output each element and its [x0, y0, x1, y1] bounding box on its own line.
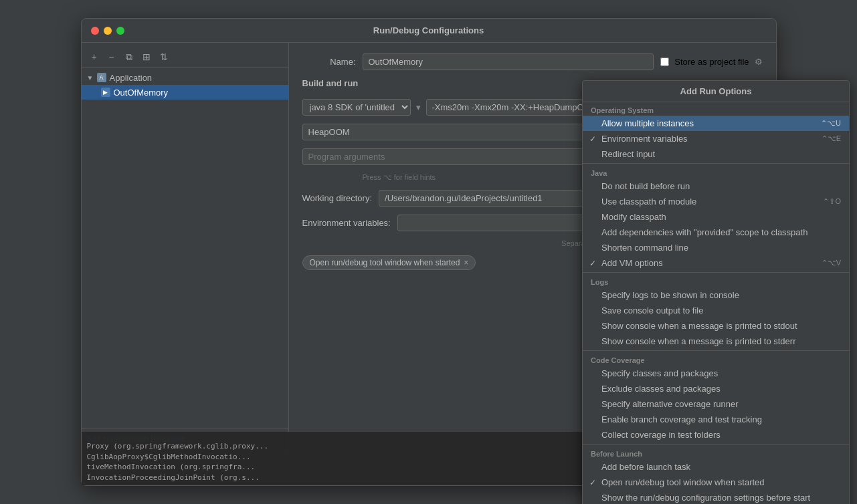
menu-item-specify-classes[interactable]: Specify classes and packages [583, 366, 849, 381]
menu-item-open-tool-window[interactable]: ✓ Open run/debug tool window when starte… [583, 475, 849, 490]
application-icon: A [96, 72, 107, 83]
name-input[interactable] [363, 53, 654, 70]
maximize-button[interactable] [116, 27, 124, 35]
menu-item-label: Save console output to file [601, 305, 704, 316]
menu-item-label: Shorten command line [601, 243, 688, 253]
add-config-button[interactable]: + [87, 49, 102, 64]
check-vm-icon: ✓ [589, 259, 596, 268]
menu-item-alt-coverage-runner[interactable]: Specify alternative coverage runner [583, 396, 849, 412]
section-build-run-title: Build and run [302, 78, 359, 88]
sdk-dropdown-icon: ▾ [416, 102, 421, 112]
menu-item-show-settings-before[interactable]: Show the run/debug configuration setting… [583, 490, 849, 504]
divider-1 [583, 163, 849, 164]
menu-item-label: Environment variables [601, 134, 688, 144]
shortcut-allow-multiple: ⌃⌥U [821, 119, 841, 128]
working-dir-label: Working directory: [302, 193, 373, 203]
check-env-icon: ✓ [589, 134, 596, 144]
dropdown-header: Add Run Options [583, 81, 849, 102]
menu-item-label: Specify classes and packages [601, 368, 718, 378]
divider-3 [583, 350, 849, 351]
folder-button[interactable]: ⊞ [139, 49, 154, 64]
menu-item-label: Do not build before run [601, 181, 690, 191]
store-label: Store as project file [674, 57, 749, 67]
menu-item-label: Open run/debug tool window when started [601, 477, 765, 487]
tag-close-button[interactable]: × [464, 258, 468, 267]
tag-open-run-debug: Open run/debug tool window when started … [302, 255, 476, 270]
menu-item-specify-logs[interactable]: Specify logs to be shown in console [583, 287, 849, 303]
section-label-java: Java [583, 165, 849, 178]
menu-item-label: Collect coverage in test folders [601, 430, 721, 440]
sidebar-item-outofmemory[interactable]: ▶ OutOfMemory [82, 85, 288, 100]
shortcut-vm-options: ⌃⌥V [822, 259, 841, 267]
menu-item-modify-classpath[interactable]: Modify classpath [583, 209, 849, 225]
check-tool-window-icon: ✓ [589, 478, 596, 487]
menu-item-exclude-classes[interactable]: Exclude classes and packages [583, 381, 849, 396]
shortcut-env-vars: ⌃⌥E [822, 134, 841, 143]
env-vars-label: Environment variables: [302, 218, 391, 228]
menu-item-label: Redirect input [601, 149, 655, 159]
menu-item-shorten-cmdline[interactable]: Shorten command line [583, 240, 849, 255]
sidebar: + − ⧉ ⊞ ⇅ ▼ A Application ▶ OutOfMemory [82, 43, 289, 453]
modify-options-dropdown: Add Run Options Operating System Allow m… [582, 80, 850, 504]
sort-button[interactable]: ⇅ [157, 49, 171, 64]
divider-4 [583, 444, 849, 445]
name-row: Name: Store as project file ⚙ [302, 53, 763, 70]
menu-item-label: Show console when a message is printed t… [601, 336, 796, 346]
titlebar: Run/Debug Configurations [82, 19, 776, 43]
sidebar-application-label: Application [110, 73, 153, 83]
menu-item-label: Exclude classes and packages [601, 384, 721, 394]
menu-item-label: Specify logs to be shown in console [601, 290, 739, 300]
sidebar-toolbar: + − ⧉ ⊞ ⇅ [82, 47, 288, 68]
shortcut-classpath: ⌃⇧O [823, 197, 841, 206]
store-checkbox[interactable] [660, 57, 669, 66]
section-label-logs: Logs [583, 274, 849, 287]
menu-item-no-build[interactable]: Do not build before run [583, 178, 849, 194]
store-checkbox-row: Store as project file ⚙ [660, 57, 762, 67]
menu-item-label: Show console when a message is printed t… [601, 321, 797, 331]
section-label-before-launch: Before Launch [583, 446, 849, 459]
menu-item-add-before-launch[interactable]: Add before launch task [583, 459, 849, 475]
menu-item-label: Modify classpath [601, 212, 666, 222]
tag-label: Open run/debug tool window when started [310, 258, 460, 267]
menu-item-show-console-stdout[interactable]: Show console when a message is printed t… [583, 318, 849, 334]
section-label-coverage: Code Coverage [583, 352, 849, 366]
copy-config-button[interactable]: ⧉ [122, 49, 136, 64]
sidebar-item-application[interactable]: ▼ A Application [82, 70, 288, 85]
menu-item-classpath-module[interactable]: Use classpath of module ⌃⇧O [583, 194, 849, 209]
menu-item-label: Add dependencies with "provided" scope t… [601, 227, 807, 237]
menu-item-redirect-input[interactable]: Redirect input [583, 146, 849, 162]
dialog-title: Run/Debug Configurations [373, 25, 484, 35]
menu-item-add-vm-options[interactable]: ✓ Add VM options ⌃⌥V [583, 255, 849, 271]
minimize-button[interactable] [104, 27, 112, 35]
window-controls [91, 27, 124, 35]
sidebar-config-label: OutOfMemory [114, 88, 169, 98]
divider-2 [583, 272, 849, 273]
section-label-os: Operating System [583, 102, 849, 116]
menu-item-label: Add before launch task [601, 462, 690, 472]
menu-item-show-console-stderr[interactable]: Show console when a message is printed t… [583, 334, 849, 349]
menu-item-branch-coverage[interactable]: Enable branch coverage and test tracking [583, 412, 849, 427]
close-button[interactable] [91, 27, 99, 35]
menu-item-label: Allow multiple instances [601, 118, 694, 128]
menu-item-label: Use classpath of module [601, 197, 696, 207]
menu-item-add-dependencies[interactable]: Add dependencies with "provided" scope t… [583, 225, 849, 240]
menu-item-label: Show the run/debug configuration setting… [601, 493, 810, 503]
outofmemory-icon: ▶ [100, 87, 111, 98]
menu-item-label: Enable branch coverage and test tracking [601, 414, 762, 424]
menu-item-label: Add VM options [601, 258, 663, 268]
menu-item-allow-multiple[interactable]: Allow multiple instances ⌃⌥U [583, 116, 849, 131]
name-label: Name: [302, 57, 356, 67]
tree-arrow-icon: ▼ [87, 74, 94, 82]
remove-config-button[interactable]: − [104, 49, 119, 64]
menu-item-env-vars[interactable]: ✓ Environment variables ⌃⌥E [583, 131, 849, 146]
gear-icon: ⚙ [755, 57, 763, 67]
sdk-select[interactable]: java 8 SDK of 'untitled [302, 99, 411, 116]
menu-item-collect-coverage[interactable]: Collect coverage in test folders [583, 427, 849, 443]
menu-item-save-console[interactable]: Save console output to file [583, 303, 849, 318]
menu-item-label: Specify alternative coverage runner [601, 399, 739, 409]
